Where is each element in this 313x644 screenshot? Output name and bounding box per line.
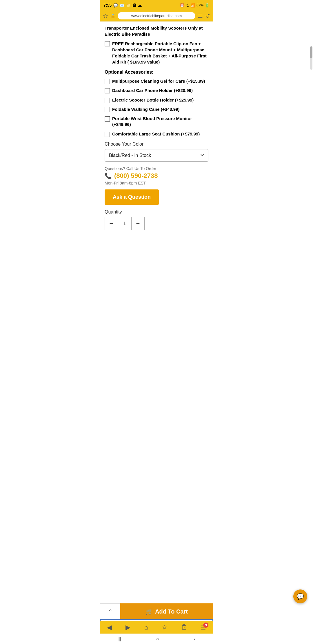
accessory-item-6[interactable]: Comfortable Large Seat Cushion (+$79.99) xyxy=(105,131,208,137)
questions-text: Questions? Call Us To Order xyxy=(105,166,208,171)
browser-bar: ☆ 🔒 www.electricbikeparadise.com ☰ ↺ xyxy=(100,10,213,21)
quantity-decrease-button[interactable]: − xyxy=(105,217,118,230)
status-time: 7:55 xyxy=(103,3,112,8)
free-item-row[interactable]: FREE Rechargeable Portable Clip-on Fan +… xyxy=(105,41,208,65)
accessory-label-5: Portable Wrist Blood Pressure Monitor (+… xyxy=(112,116,208,128)
cloud-icon: ☁ xyxy=(138,3,142,8)
url-bar[interactable]: www.electricbikeparadise.com xyxy=(118,12,195,19)
accessory-item-1[interactable]: Multipurpose Cleaning Gel for Cars (+$15… xyxy=(105,78,208,84)
color-section-label: Choose Your Color xyxy=(105,142,208,147)
quantity-row: − 1 + xyxy=(105,217,208,230)
accessory-checkbox-3[interactable] xyxy=(105,98,110,103)
reader-mode-icon[interactable]: ☰ xyxy=(198,12,203,19)
quantity-value: 1 xyxy=(118,217,131,230)
reload-icon[interactable]: ↺ xyxy=(205,12,210,19)
accessory-label-4: Foldable Walking Cane (+$43.99) xyxy=(112,106,179,112)
accessory-item-2[interactable]: Dashboard Car Phone Holder (+$20.99) xyxy=(105,88,208,93)
phone-row[interactable]: 📞 (800) 590-2738 xyxy=(105,172,208,180)
folder-icon: 📁 xyxy=(126,3,131,8)
lock-icon: 🔒 xyxy=(110,14,115,18)
accessory-item-5[interactable]: Portable Wrist Blood Pressure Monitor (+… xyxy=(105,116,208,128)
questions-section: Questions? Call Us To Order 📞 (800) 590-… xyxy=(105,166,208,185)
data-icon: ⇅ xyxy=(186,3,189,8)
accessory-label-3: Electric Scooter Bottle Holder (+$25.99) xyxy=(112,97,194,103)
page-content: Transporter Enclosed Mobility Scooters O… xyxy=(100,21,213,268)
free-item-checkbox[interactable] xyxy=(105,41,110,46)
color-select[interactable]: Black/Red - In Stock Blue/Silver - In St… xyxy=(105,149,208,162)
battery-icon: 🔋 xyxy=(205,3,210,8)
page-title: Transporter Enclosed Mobility Scooters O… xyxy=(105,25,208,37)
quantity-label: Quantity xyxy=(105,209,208,215)
status-bar: 7:55 💬 📧 📁 🖼 ☁ ⏰ ⇅ 📶 67% 🔋 xyxy=(100,0,213,10)
alarm-icon: ⏰ xyxy=(180,3,184,8)
color-section: Choose Your Color Black/Red - In Stock B… xyxy=(105,142,208,162)
phone-icon: 📞 xyxy=(105,172,112,179)
signal-icon: 📶 xyxy=(190,3,195,8)
accessory-label-2: Dashboard Car Phone Holder (+$20.99) xyxy=(112,88,193,93)
accessory-label-1: Multipurpose Cleaning Gel for Cars (+$15… xyxy=(112,78,205,84)
accessory-item-3[interactable]: Electric Scooter Bottle Holder (+$25.99) xyxy=(105,97,208,103)
accessory-checkbox-5[interactable] xyxy=(105,116,110,122)
status-left: 7:55 💬 📧 📁 🖼 ☁ xyxy=(103,3,142,8)
accessory-label-6: Comfortable Large Seat Cushion (+$79.99) xyxy=(112,131,200,137)
quantity-increase-button[interactable]: + xyxy=(131,217,145,230)
accessory-item-4[interactable]: Foldable Walking Cane (+$43.99) xyxy=(105,106,208,112)
accessory-checkbox-6[interactable] xyxy=(105,132,110,137)
hours-text: Mon-Fri 8am-8pm EST xyxy=(105,181,208,185)
ask-question-button[interactable]: Ask a Question xyxy=(105,189,159,205)
accessory-checkbox-2[interactable] xyxy=(105,88,110,93)
messenger-icon: 💬 xyxy=(113,3,118,8)
star-icon[interactable]: ☆ xyxy=(103,12,108,19)
phone-number[interactable]: (800) 590-2738 xyxy=(114,172,158,180)
free-item-label: FREE Rechargeable Portable Clip-on Fan +… xyxy=(112,41,208,65)
accessory-checkbox-4[interactable] xyxy=(105,107,110,112)
aol-icon: 📧 xyxy=(120,3,124,8)
status-right: ⏰ ⇅ 📶 67% 🔋 xyxy=(180,3,210,8)
gallery-icon: 🖼 xyxy=(132,3,136,8)
battery-level: 67% xyxy=(196,3,203,7)
accessory-checkbox-1[interactable] xyxy=(105,79,110,84)
accessories-section-title: Optional Accessories: xyxy=(105,70,208,75)
